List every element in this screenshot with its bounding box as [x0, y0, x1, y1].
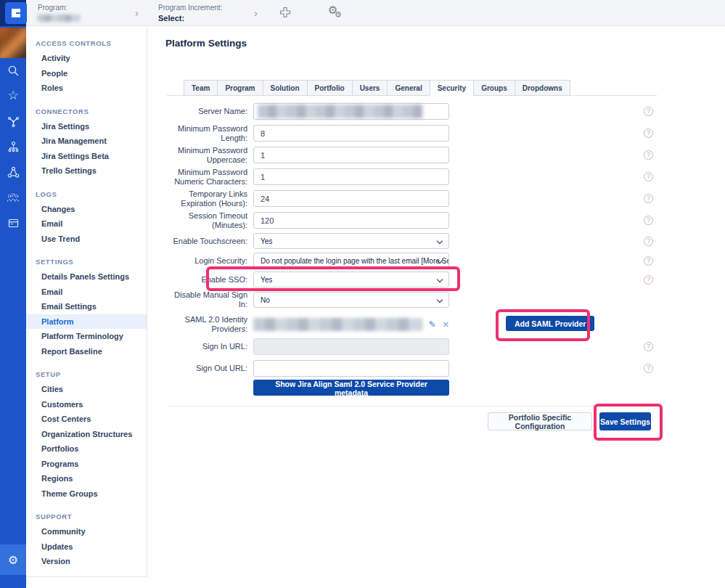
form-row-minimum-password-length: Minimum Password Length:8? [165, 125, 673, 142]
avatar-blurred-image [0, 28, 26, 58]
field-label: Enable SSO: [165, 275, 247, 285]
sidebar-item-use-trend[interactable]: Use Trend [26, 232, 147, 247]
help-icon[interactable]: ? [644, 150, 653, 160]
avatar[interactable] [0, 28, 26, 58]
sidebar-section-access-controls: ACCESS CONTROLS [26, 36, 147, 51]
field-label: Minimum Password Numeric Characters: [165, 168, 247, 187]
dropdown-select[interactable]: Yes [253, 271, 449, 287]
sidebar-item-activity[interactable]: Activity [26, 51, 147, 66]
sidebar-item-jira-settings[interactable]: Jira Settings [26, 119, 147, 134]
portfolio-specific-configuration-button[interactable]: Portfolio Specific Configuration [488, 412, 592, 430]
save-settings-button[interactable]: Save Settings [599, 412, 651, 430]
field-label: Minimum Password Uppercase: [165, 146, 247, 165]
connections-icon[interactable] [7, 115, 20, 128]
help-icon[interactable]: ? [644, 194, 653, 203]
sidebar-item-customers[interactable]: Customers [26, 397, 147, 412]
help-icon[interactable]: ? [644, 256, 653, 266]
sidebar-item-version[interactable]: Version [26, 554, 147, 569]
sidebar-item-portfolios[interactable]: Portfolios [26, 441, 147, 457]
people-icon[interactable] [7, 191, 20, 204]
sidebar-item-jira-settings-beta[interactable]: Jira Settings Beta [26, 149, 147, 164]
field-label: Temporary Links Expiration (Hours): [165, 189, 247, 208]
chevron-down-icon [437, 297, 443, 303]
star-icon[interactable]: ☆ [7, 89, 20, 102]
tab-users[interactable]: Users [352, 80, 388, 96]
form-row-sign-out-url: Sign Out URL:? [165, 360, 673, 377]
sidebar-section-connectors: CONNECTORS [26, 105, 147, 119]
help-icon[interactable]: ? [644, 216, 653, 225]
text-input[interactable]: 24 [253, 190, 449, 207]
tab-security[interactable]: Security [430, 80, 474, 96]
saml-provider-blurred-value [253, 318, 422, 331]
network-icon[interactable] [7, 166, 20, 179]
search-icon[interactable] [7, 64, 20, 77]
plus-icon[interactable] [279, 6, 292, 22]
help-icon[interactable]: ? [644, 172, 653, 181]
show-saml-metadata-button[interactable]: Show Jira Align Saml 2.0 Service Provide… [253, 380, 449, 396]
program-increment-selector[interactable]: Program Increment: Select: [158, 4, 222, 23]
sidebar-item-community[interactable]: Community [26, 524, 147, 539]
sidebar-item-cities[interactable]: Cities [26, 382, 147, 397]
sidebar-item-roles[interactable]: Roles [26, 81, 147, 96]
icon-rail: ☆ ⚙ [0, 0, 26, 588]
chevron-right-icon: › [135, 7, 139, 19]
sidebar-item-email-settings[interactable]: Email Settings [26, 299, 147, 314]
text-input[interactable]: 1 [253, 168, 449, 185]
sidebar-section-support: SUPPORT [26, 510, 147, 524]
delete-icon[interactable]: ✕ [443, 320, 449, 329]
sidebar-item-jira-management[interactable]: Jira Management [26, 134, 147, 149]
sidebar-item-organization-structures[interactable]: Organization Structures [26, 427, 147, 442]
program-selector[interactable]: Program: [38, 4, 80, 22]
settings-gear-icon[interactable]: ⚙ [0, 544, 26, 575]
sidebar-item-cost-centers[interactable]: Cost Centers [26, 412, 147, 427]
jira-align-app: ☆ ⚙ Program: › Program Increment: Select… [0, 0, 725, 588]
form-row-disable-manual-sign-in: Disable Manual Sign In:No [165, 292, 673, 308]
tab-dropdowns[interactable]: Dropdowns [515, 80, 570, 96]
help-icon[interactable]: ? [644, 107, 653, 116]
tab-general[interactable]: General [387, 80, 430, 96]
page-title-secondary: Settings [208, 38, 247, 49]
text-input[interactable] [253, 360, 449, 377]
help-icon[interactable]: ? [644, 364, 653, 373]
edit-icon[interactable]: ✎ [429, 320, 436, 329]
dropdown-select[interactable]: Yes [253, 233, 449, 249]
tab-solution[interactable]: Solution [263, 80, 308, 96]
sidebar-item-regions[interactable]: Regions [26, 471, 147, 486]
sidebar-item-email[interactable]: Email [26, 216, 147, 232]
field-label: Enable Touchscreen: [165, 237, 247, 246]
sidebar-item-programs[interactable]: Programs [26, 457, 147, 472]
help-icon[interactable]: ? [644, 128, 653, 138]
sidebar-item-platform-terminology[interactable]: Platform Terminology [26, 329, 147, 344]
tab-team[interactable]: Team [184, 80, 218, 96]
text-input[interactable]: 8 [253, 125, 449, 142]
sidebar-section-settings: SETTINGS [26, 255, 147, 269]
tab-program[interactable]: Program [217, 80, 263, 96]
sidebar-item-details-panels-settings[interactable]: Details Panels Settings [26, 269, 147, 285]
add-saml-provider-button[interactable]: Add SAML Provider [506, 316, 594, 331]
help-icon[interactable]: ? [644, 342, 653, 351]
text-input[interactable]: 1 [253, 147, 449, 163]
tab-portfolio[interactable]: Portfolio [307, 80, 353, 96]
help-icon[interactable]: ? [644, 275, 653, 285]
field-label: Minimum Password Length: [165, 124, 247, 143]
sidebar-item-trello-settings[interactable]: Trello Settings [26, 163, 147, 179]
gears-icon[interactable]: ⚙⚙ [328, 4, 347, 23]
hierarchy-icon[interactable] [7, 140, 20, 153]
dropdown-select[interactable]: No [253, 292, 449, 308]
form-row-sign-in-url: Sign In URL:? [165, 338, 673, 355]
help-icon[interactable]: ? [644, 237, 653, 246]
tab-groups[interactable]: Groups [473, 80, 515, 96]
jira-align-logo-icon[interactable] [5, 2, 27, 24]
sidebar-item-platform[interactable]: Platform [26, 314, 147, 330]
sidebar-item-updates[interactable]: Updates [26, 539, 147, 555]
form-row-temporary-links-expiration-hours: Temporary Links Expiration (Hours):24? [165, 190, 673, 207]
sidebar-item-people[interactable]: People [26, 66, 147, 81]
sidebar-item-changes[interactable]: Changes [26, 202, 147, 217]
sidebar-item-report-baseline[interactable]: Report Baseline [26, 344, 147, 359]
text-input[interactable]: 120 [253, 212, 449, 229]
text-input[interactable] [253, 103, 449, 120]
sidebar-item-email[interactable]: Email [26, 285, 147, 300]
dropdown-select[interactable]: Do not populate the login page with the … [253, 253, 449, 269]
board-icon[interactable] [7, 216, 20, 229]
sidebar-item-theme-groups[interactable]: Theme Groups [26, 486, 147, 502]
